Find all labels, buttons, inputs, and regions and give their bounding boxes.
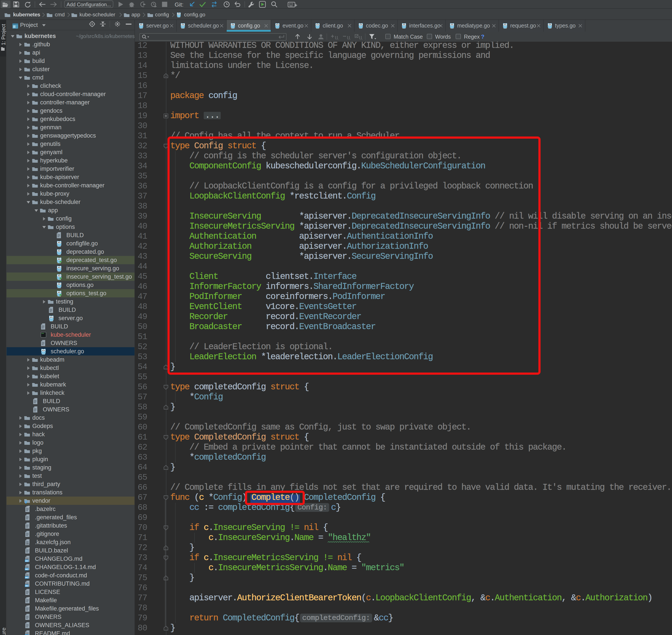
svg-text:MD: MD xyxy=(25,576,28,579)
svg-text:MD: MD xyxy=(25,585,28,587)
svg-text:MD: MD xyxy=(25,560,28,562)
svg-text:MD: MD xyxy=(25,568,28,570)
svg-text:{}: {} xyxy=(26,543,29,546)
